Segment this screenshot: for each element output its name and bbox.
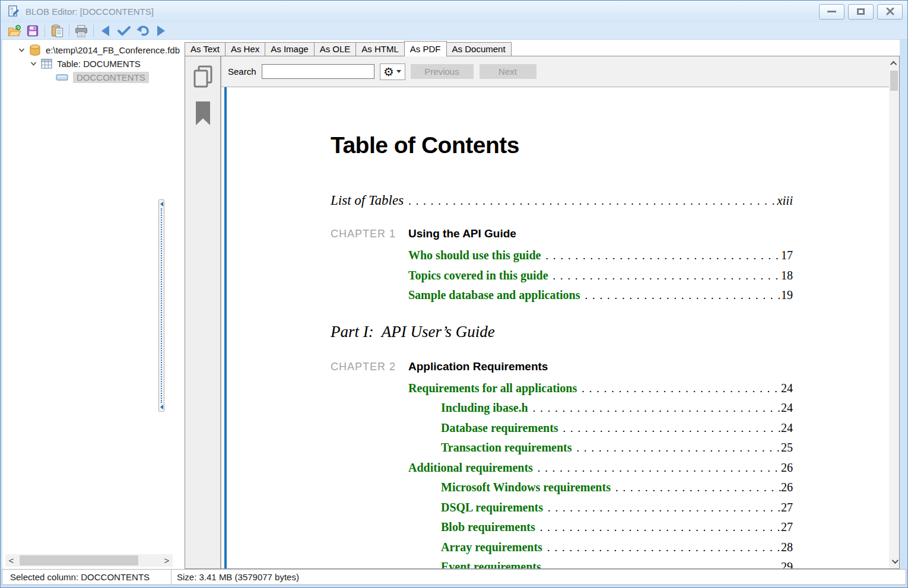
toolbar-separator	[69, 25, 69, 37]
tab-as-image[interactable]: As Image	[265, 42, 314, 56]
toc-page-number: 24	[781, 401, 793, 415]
dot-leader: ........................................…	[558, 422, 781, 435]
toc-link[interactable]: Microsoft Windows requirements	[441, 481, 611, 494]
toc-chapter-heading: CHAPTER 2 Application Requirements	[331, 360, 889, 376]
toc-page-number: 29	[781, 560, 793, 568]
undo-arrow-icon	[135, 25, 150, 37]
dot-leader: ........................................…	[611, 482, 781, 494]
toc-link[interactable]: Additional requirements	[408, 461, 533, 475]
checkmark-icon	[117, 25, 131, 37]
dot-leader: ........................................…	[543, 502, 781, 514]
open-button[interactable]	[6, 23, 23, 39]
maximize-button[interactable]	[848, 4, 874, 20]
toolbar	[1, 23, 907, 40]
toc-link[interactable]: List of Tables	[331, 193, 404, 208]
scroll-left-button[interactable]: <	[5, 554, 17, 567]
toc-page-number: 24	[781, 421, 793, 435]
minimize-button[interactable]	[819, 4, 844, 20]
toc-entry: Topics covered in this guide ...........…	[408, 269, 793, 289]
scrollbar-thumb[interactable]	[20, 555, 138, 565]
tab-as-document[interactable]: As Document	[446, 42, 512, 56]
tree-item-table[interactable]: Table: DOCUMENTS	[30, 57, 185, 71]
toc-link[interactable]: Who should use this guide	[408, 249, 541, 262]
chapter-number: CHAPTER 2	[331, 361, 408, 373]
app-icon	[8, 5, 20, 18]
toc-page-number: 25	[781, 441, 793, 454]
toc-entry: Who should use this guide ..............…	[408, 249, 793, 269]
toc-link[interactable]: Array requirements	[441, 541, 542, 554]
pdf-vertical-scrollbar[interactable]	[889, 56, 899, 568]
search-input[interactable]	[262, 64, 374, 79]
tree-horizontal-scrollbar[interactable]: < >	[5, 554, 173, 567]
toc-entry: Additional requirements ................…	[408, 461, 793, 481]
dot-leader: ........................................…	[572, 442, 781, 454]
toolbar-separator	[93, 25, 94, 37]
chapter-title: Using the API Guide	[408, 227, 516, 240]
dot-leader: ........................................…	[542, 542, 781, 554]
search-options-button[interactable]: ⚙	[380, 63, 405, 80]
dropdown-arrow-icon	[396, 70, 401, 73]
toc-link[interactable]: Transaction requirements	[441, 441, 572, 454]
titlebar: BLOB Editor: [DOCCONTENTS]	[1, 1, 907, 23]
toc-entry: Requirements for all applications ......…	[408, 382, 793, 402]
toc-page-number: 26	[781, 481, 793, 494]
rollback-button[interactable]	[134, 23, 151, 39]
database-icon	[29, 44, 41, 56]
toc-link[interactable]: Database requirements	[441, 421, 558, 435]
chevron-down-icon[interactable]	[18, 46, 26, 54]
dot-leader: ........................................…	[533, 462, 781, 475]
tree-column-label[interactable]: DOCCONTENTS	[73, 72, 149, 83]
toc-entry: Database requirements ..................…	[441, 421, 793, 441]
dot-leader: ........................................…	[541, 561, 781, 568]
toc-page-number: xiii	[777, 193, 793, 208]
tree-item-database[interactable]: e:\temp\2014_FB_Conference.fdb	[18, 43, 185, 57]
tab-as-ole[interactable]: As OLE	[314, 42, 357, 56]
dot-leader: ........................................…	[535, 522, 781, 534]
next-record-button[interactable]	[153, 23, 169, 39]
toc-entry: Array requirements .....................…	[441, 541, 793, 561]
statusbar: Selected column: DOCCONTENTS Size: 3.41 …	[2, 569, 906, 585]
tab-as-text[interactable]: As Text	[185, 42, 226, 56]
tab-as-html[interactable]: As HTML	[355, 42, 405, 56]
pdf-search-toolbar: Search ⚙ Previous Next	[221, 56, 889, 87]
status-size: Size: 3.41 MB (3579077 bytes)	[172, 572, 299, 582]
toc-link[interactable]: Including ibase.h	[441, 401, 528, 415]
print-button[interactable]	[73, 23, 90, 39]
pages-thumbnails-icon[interactable]	[193, 65, 213, 88]
toc-page-number: 28	[781, 541, 793, 554]
main-area: e:\temp\2014_FB_Conference.fdb Table: DO…	[2, 40, 900, 569]
scroll-up-button[interactable]	[889, 56, 899, 71]
pdf-body: Search ⚙ Previous Next Table of Contents	[221, 56, 889, 568]
toolbar-separator	[45, 25, 45, 37]
paste-button[interactable]	[49, 23, 65, 39]
splitter-grip	[161, 208, 162, 403]
scroll-down-button[interactable]	[889, 554, 899, 568]
toc-link[interactable]: Blob requirements	[441, 520, 535, 534]
toc-link[interactable]: Topics covered in this guide	[408, 269, 548, 282]
toc-page-number: 26	[781, 461, 793, 475]
save-button[interactable]	[24, 23, 41, 39]
next-button[interactable]: Next	[480, 64, 536, 79]
scrollbar-thumb[interactable]	[890, 71, 898, 91]
toc-link[interactable]: Event requirements	[441, 560, 541, 568]
tree-item-column[interactable]: DOCCONTENTS	[56, 71, 185, 84]
toc-entry: Including ibase.h ......................…	[441, 401, 793, 421]
commit-button[interactable]	[116, 23, 132, 39]
close-button[interactable]	[877, 4, 903, 20]
pdf-heading: Table of Contents	[331, 132, 889, 158]
toc-link[interactable]: Sample database and applications	[408, 288, 580, 302]
tab-as-pdf[interactable]: As PDF	[404, 41, 447, 56]
tab-as-hex[interactable]: As Hex	[225, 42, 265, 56]
prior-record-button[interactable]	[97, 23, 114, 39]
chevron-down-icon[interactable]	[30, 60, 37, 68]
toc-link[interactable]: DSQL requirements	[441, 501, 543, 514]
toc-link[interactable]: Requirements for all applications	[408, 382, 577, 395]
page-edge-marker	[224, 87, 227, 568]
chapter-number: CHAPTER 1	[331, 228, 408, 240]
pdf-page: Table of Contents List of Tables .......…	[221, 87, 889, 568]
save-floppy-icon	[27, 25, 39, 37]
scroll-right-button[interactable]: >	[161, 554, 173, 567]
previous-button[interactable]: Previous	[411, 64, 474, 79]
bookmark-icon[interactable]	[195, 101, 211, 126]
panel-splitter[interactable]	[158, 199, 164, 412]
